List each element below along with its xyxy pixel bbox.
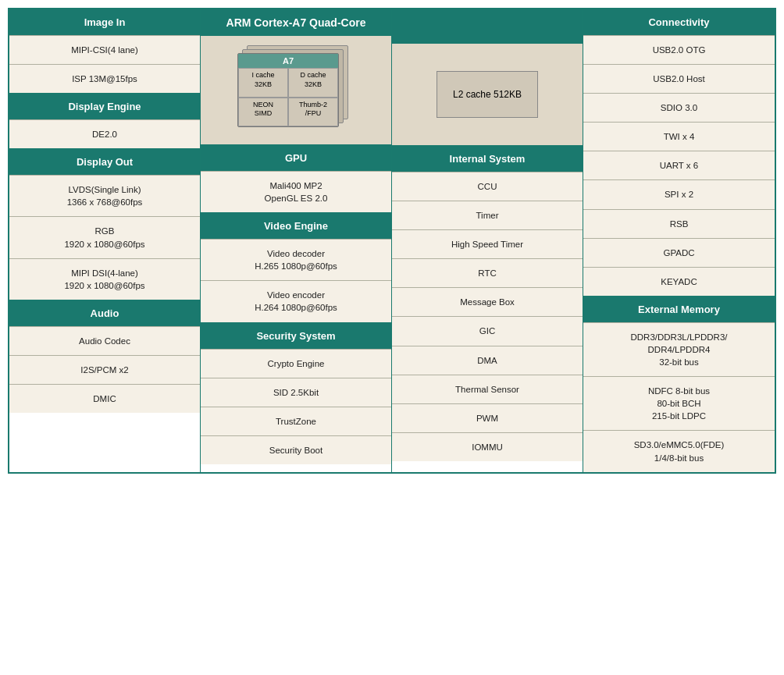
image-in-section: Image In MIPI-CSI(4 lane) ISP 13M@15fps xyxy=(9,9,200,94)
conn-item-7: GPADC xyxy=(583,238,775,267)
conn-item-2: SDIO 3.0 xyxy=(583,93,775,122)
l2-cache-area: L2 cache 512KB xyxy=(392,44,583,145)
external-memory-section: External Memory DDR3/DDR3L/LPDDR3/DDR4/L… xyxy=(583,297,775,472)
audio-item-0: Audio Codec xyxy=(9,326,200,355)
image-in-item-0: MIPI-CSI(4 lane) xyxy=(9,35,200,64)
internal-item-8: PWM xyxy=(392,403,583,432)
audio-section: Audio Audio Codec I2S/PCM x2 DMIC xyxy=(9,300,200,472)
internal-system-section: Internal System CCU Timer High Speed Tim… xyxy=(392,146,583,472)
ext-mem-item-0: DDR3/DDR3L/LPDDR3/DDR4/LPDDR432-bit bus xyxy=(583,322,775,376)
internal-item-3: RTC xyxy=(392,258,583,287)
conn-item-0: USB2.0 OTG xyxy=(583,35,775,64)
image-in-item-1: ISP 13M@15fps xyxy=(9,64,200,93)
display-out-section: Display Out LVDS(Single Link)1366 x 768@… xyxy=(9,149,200,300)
internal-item-6: DMA xyxy=(392,346,583,375)
conn-item-5: SPI x 2 xyxy=(583,179,775,208)
internal-item-2: High Speed Timer xyxy=(392,229,583,258)
security-item-0: Crypto Engine xyxy=(201,349,391,378)
video-item-0: Video decoderH.265 1080p@60fps xyxy=(201,239,391,280)
arm-core-diagram: A7 I cache32KB D cache32KB NEONSIMD Thum… xyxy=(201,36,391,144)
display-out-item-1: RGB1920 x 1080@60fps xyxy=(9,216,200,258)
gpu-header: GPU xyxy=(201,145,391,171)
col4: Connectivity USB2.0 OTG USB2.0 Host SDIO… xyxy=(583,9,775,472)
image-in-header: Image In xyxy=(9,9,200,35)
display-out-item-0: LVDS(Single Link)1366 x 768@60fps xyxy=(9,175,200,216)
connectivity-section: Connectivity USB2.0 OTG USB2.0 Host SDIO… xyxy=(583,9,775,297)
ext-mem-item-2: SD3.0/eMMC5.0(FDE)1/4/8-bit bus xyxy=(583,430,775,471)
display-out-item-2: MIPI DSI(4-lane)1920 x 1080@60fps xyxy=(9,258,200,300)
audio-item-1: I2S/PCM x2 xyxy=(9,355,200,384)
ext-mem-item-1: NDFC 8-bit bus80-bit BCH215-bit LDPC xyxy=(583,376,775,430)
col2: ARM Cortex-A7 Quad-Core A7 I cache32KB D… xyxy=(201,9,392,472)
internal-item-7: Thermal Sensor xyxy=(392,375,583,403)
arm-header-placeholder: L2 cache 512KB xyxy=(392,9,583,146)
arm-core-cells: I cache32KB D cache32KB NEONSIMD Thumb-2… xyxy=(238,68,338,126)
security-item-1: SID 2.5Kbit xyxy=(201,378,391,407)
arm-header: ARM Cortex-A7 Quad-Core xyxy=(201,9,391,36)
connectivity-header: Connectivity xyxy=(583,9,775,35)
internal-item-1: Timer xyxy=(392,201,583,229)
conn-item-3: TWI x 4 xyxy=(583,122,775,151)
l2-cache-box: L2 cache 512KB xyxy=(437,71,538,118)
display-engine-item-0: DE2.0 xyxy=(9,119,200,148)
arm-spacer xyxy=(392,9,583,44)
display-engine-section: Display Engine DE2.0 xyxy=(9,94,200,149)
external-memory-header: External Memory xyxy=(583,297,775,322)
arm-cell-0: I cache32KB xyxy=(238,68,288,98)
security-item-3: Security Boot xyxy=(201,435,391,464)
security-item-2: TrustZone xyxy=(201,407,391,435)
arm-cell-2: NEONSIMD xyxy=(238,98,288,127)
internal-item-9: IOMMU xyxy=(392,432,583,461)
conn-item-1: USB2.0 Host xyxy=(583,64,775,93)
conn-item-4: UART x 6 xyxy=(583,151,775,179)
conn-item-6: RSB xyxy=(583,209,775,238)
internal-item-5: GIC xyxy=(392,316,583,345)
internal-item-0: CCU xyxy=(392,172,583,201)
display-engine-header: Display Engine xyxy=(9,94,200,119)
video-item-1: Video encoderH.264 1080p@60fps xyxy=(201,280,391,322)
audio-item-2: DMIC xyxy=(9,384,200,413)
arm-card-stack: A7 I cache32KB D cache32KB NEONSIMD Thum… xyxy=(237,45,355,135)
arm-header-block: ARM Cortex-A7 Quad-Core A7 I cache32KB D… xyxy=(201,9,391,145)
internal-item-4: Message Box xyxy=(392,287,583,316)
security-system-section: Security System Crypto Engine SID 2.5Kbi… xyxy=(201,323,391,472)
arm-core-label: A7 xyxy=(238,54,338,68)
col3: L2 cache 512KB Internal System CCU Timer… xyxy=(392,9,583,472)
display-out-header: Display Out xyxy=(9,149,200,175)
gpu-item-0: Mali400 MP2OpenGL ES 2.0 xyxy=(201,171,391,212)
col1: Image In MIPI-CSI(4 lane) ISP 13M@15fps … xyxy=(9,9,201,472)
audio-header: Audio xyxy=(9,300,200,326)
main-diagram: Image In MIPI-CSI(4 lane) ISP 13M@15fps … xyxy=(8,8,776,474)
internal-system-header: Internal System xyxy=(392,146,583,172)
security-system-header: Security System xyxy=(201,323,391,349)
gpu-section: GPU Mali400 MP2OpenGL ES 2.0 xyxy=(201,145,391,213)
video-engine-section: Video Engine Video decoderH.265 1080p@60… xyxy=(201,213,391,322)
arm-cell-3: Thumb-2/FPU xyxy=(288,98,338,127)
arm-cell-1: D cache32KB xyxy=(288,68,338,98)
video-engine-header: Video Engine xyxy=(201,213,391,239)
arm-card-front: A7 I cache32KB D cache32KB NEONSIMD Thum… xyxy=(237,53,339,127)
conn-item-8: KEYADC xyxy=(583,267,775,296)
